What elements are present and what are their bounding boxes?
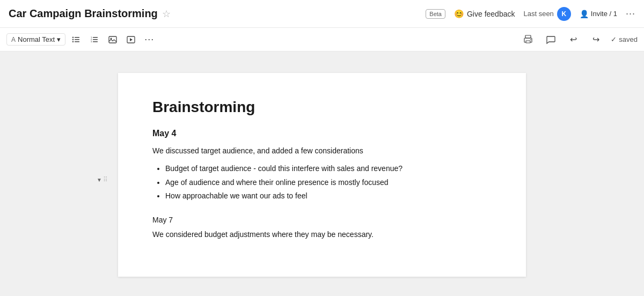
document-container: ▼ ⠿ Brainstorming May 4 We discussed tar… [118,73,526,277]
header-left: Car Campaign Brainstorming ☆ [9,8,171,20]
row-controls: ▼ ⠿ [97,176,108,183]
svg-rect-6 [93,37,98,38]
list-item: Age of audience and where their online p… [165,176,492,189]
svg-marker-15 [130,38,133,41]
toolbar-left: A Normal Text ▾ 1. 2. 3. [6,32,157,47]
image-button[interactable] [105,32,120,47]
svg-rect-12 [109,36,116,43]
svg-rect-0 [75,37,79,38]
print-icon [523,35,533,45]
comment-icon [546,35,555,45]
header: Car Campaign Brainstorming ☆ Beta 😊 Give… [0,0,644,28]
last-seen-label: Last seen [523,10,553,18]
bullet-list-button[interactable] [69,32,84,47]
last-seen-section: Last seen K [523,7,570,21]
section-2-text: We considered budget adjustments where t… [152,228,492,240]
svg-rect-19 [530,39,531,40]
image-icon [108,35,117,44]
header-right: Beta 😊 Give feedback Last seen K 👤 Invit… [426,7,635,21]
section-1-date: May 4 [152,129,492,138]
feedback-button[interactable]: 😊 Give feedback [454,9,515,19]
section-1: May 4 We discussed target audience, and … [152,129,492,203]
svg-text:3.: 3. [91,40,92,43]
svg-point-4 [72,39,74,40]
undo-button[interactable]: ↩ [566,32,581,47]
svg-point-5 [72,41,74,42]
main-content: ▼ ⠿ Brainstorming May 4 We discussed tar… [0,51,644,296]
saved-status: ✓ saved [611,35,638,43]
list-item: How approachable we want our ads to feel [165,189,492,203]
toolbar: A Normal Text ▾ 1. 2. 3. [0,28,644,51]
bullet-list: Budget of target audience - could this i… [165,162,492,203]
svg-rect-2 [75,41,79,42]
svg-rect-7 [93,39,98,40]
svg-rect-1 [75,39,79,40]
invite-label: Invite / 1 [591,10,617,18]
ordered-list-button[interactable]: 1. 2. 3. [87,32,102,47]
drag-handle-icon[interactable]: ⠿ [103,176,108,183]
section-2-date: May 7 [152,216,492,224]
list-item: Budget of target audience - could this i… [165,162,492,175]
beta-badge: Beta [426,9,445,19]
embed-button[interactable] [123,32,138,47]
invite-button[interactable]: 👤 Invite / 1 [580,10,617,18]
svg-rect-8 [93,41,98,42]
document-heading: Brainstorming [152,99,492,116]
comment-button[interactable] [543,32,558,47]
chevron-down-icon: ▾ [57,35,61,43]
svg-rect-16 [525,35,531,38]
toolbar-right: ↩ ↪ ✓ saved [521,32,638,47]
feedback-icon: 😊 [454,9,464,19]
section-1-intro: We discussed target audience, and added … [152,145,492,157]
text-style-dropdown[interactable]: A Normal Text ▾ [6,33,65,46]
section-2: May 7 We considered budget adjustments w… [152,216,492,240]
saved-check-icon: ✓ [611,35,617,43]
toolbar-more-button[interactable]: ··· [142,32,157,47]
embed-icon [127,35,135,44]
avatar: K [557,7,571,21]
document-title: Car Campaign Brainstorming [9,8,158,20]
document-paper: Brainstorming May 4 We discussed target … [118,73,526,277]
list-icon [72,35,80,44]
svg-point-3 [72,36,74,38]
feedback-label: Give feedback [467,10,515,18]
header-more-button[interactable]: ··· [626,8,635,19]
star-icon[interactable]: ☆ [162,8,171,20]
text-style-label: Normal Text [18,35,55,43]
ordered-list-icon: 1. 2. 3. [90,35,99,44]
collapse-arrow-icon[interactable]: ▼ [97,177,102,183]
svg-rect-18 [526,41,530,43]
saved-label-text: saved [619,35,638,43]
text-style-icon: A [11,36,16,43]
redo-button[interactable]: ↪ [588,32,603,47]
invite-icon: 👤 [580,10,589,18]
print-button[interactable] [521,32,536,47]
